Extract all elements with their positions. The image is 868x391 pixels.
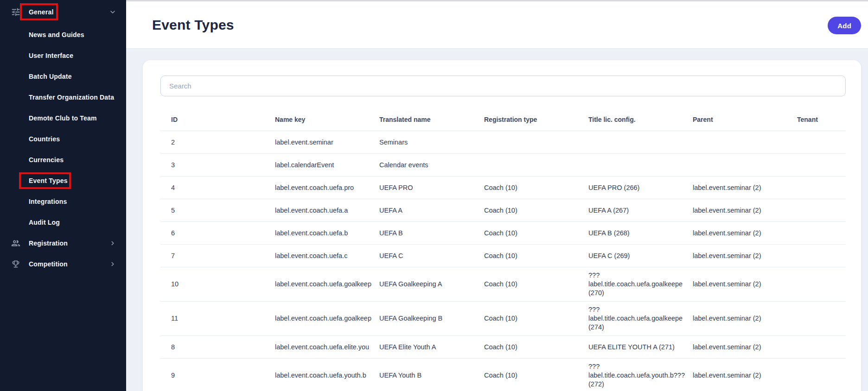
cell-translated-name: UEFA B	[379, 229, 484, 238]
cell-parent: label.event.seminar (2)	[693, 229, 797, 238]
search-input[interactable]	[160, 76, 846, 96]
cell-registration-type: Coach (10)	[484, 314, 588, 323]
cell-parent: label.event.seminar (2)	[693, 280, 797, 289]
cell-registration-type: Coach (10)	[484, 343, 588, 352]
event-types-card: ID Name key Translated name Registration…	[143, 60, 861, 391]
chevron-down-icon	[108, 8, 117, 16]
table-row[interactable]: 3 label.calendarEvent Calendar events	[160, 154, 846, 177]
cell-name-key: label.event.coach.uefa.a	[275, 206, 379, 215]
cell-parent: label.event.seminar (2)	[693, 343, 797, 352]
cell-registration-type: Coach (10)	[484, 183, 588, 192]
cell-title-lic-config: ??? label.title.coach.uefa.goalkeepe (27…	[588, 305, 693, 332]
cell-id: 10	[171, 280, 275, 289]
cell-name-key: label.event.coach.uefa.goalkeep	[275, 314, 379, 323]
sidebar-general-subitems: News and Guides User Interface Batch Upd…	[0, 24, 126, 233]
cell-id: 7	[171, 252, 275, 260]
sidebar-item-audit-log[interactable]: Audit Log	[0, 212, 126, 233]
cell-name-key: label.event.seminar	[275, 138, 379, 147]
cell-registration-type: Coach (10)	[484, 206, 588, 215]
sidebar-item-currencies[interactable]: Currencies	[0, 149, 126, 170]
people-icon	[10, 238, 21, 249]
table-row[interactable]: 10 label.event.coach.uefa.goalkeep UEFA …	[160, 267, 846, 302]
cell-title-lic-config: ??? label.title.coach.uefa.goalkeepe (27…	[588, 271, 693, 297]
sidebar-item-batch-update[interactable]: Batch Update	[0, 66, 126, 87]
cell-id: 9	[171, 371, 275, 380]
sidebar-section-registration[interactable]: Registration	[0, 233, 126, 253]
cell-name-key: label.event.coach.uefa.elite.you	[275, 343, 379, 352]
cell-translated-name: UEFA C	[379, 252, 484, 260]
cell-name-key: label.event.coach.uefa.b	[275, 229, 379, 238]
sidebar-item-news-and-guides[interactable]: News and Guides	[0, 24, 126, 45]
cell-translated-name: Calendar events	[379, 161, 484, 170]
cell-translated-name: UEFA A	[379, 206, 484, 215]
cell-translated-name: UEFA Youth B	[379, 371, 484, 380]
table-body: 2 label.event.seminar Seminars 3 label.c…	[160, 131, 846, 391]
cell-title-lic-config: UEFA A (267)	[588, 206, 693, 215]
cell-translated-name: UEFA Goalkeeping B	[379, 314, 484, 323]
content-area: ID Name key Translated name Registration…	[126, 49, 868, 391]
table-row[interactable]: 6 label.event.coach.uefa.b UEFA B Coach …	[160, 222, 846, 245]
cell-translated-name: UEFA Goalkeeping A	[379, 280, 484, 289]
column-header-tenant: Tenant	[797, 116, 846, 123]
chevron-right-icon	[108, 260, 117, 268]
page-title: Event Types	[152, 17, 234, 33]
column-header-title-lic-config: Title lic. config.	[588, 116, 693, 123]
cell-translated-name: UEFA Elite Youth A	[379, 343, 484, 352]
cell-id: 11	[171, 314, 275, 323]
sidebar-item-demote-club-to-team[interactable]: Demote Club to Team	[0, 107, 126, 128]
cell-registration-type: Coach (10)	[484, 252, 588, 260]
cell-title-lic-config: UEFA C (269)	[588, 252, 693, 260]
table-row[interactable]: 2 label.event.seminar Seminars	[160, 131, 846, 154]
cell-registration-type: Coach (10)	[484, 280, 588, 289]
cell-registration-type: Coach (10)	[484, 229, 588, 238]
page-header: Event Types Add	[126, 1, 868, 49]
cell-title-lic-config: UEFA PRO (266)	[588, 183, 693, 192]
sidebar-item-countries[interactable]: Countries	[0, 128, 126, 149]
cell-parent: label.event.seminar (2)	[693, 206, 797, 215]
table-row[interactable]: 11 label.event.coach.uefa.goalkeep UEFA …	[160, 302, 846, 336]
sidebar-item-user-interface[interactable]: User Interface	[0, 45, 126, 66]
cell-id: 8	[171, 343, 275, 352]
trophy-icon	[10, 259, 21, 270]
table-row[interactable]: 9 label.event.coach.uefa.youth.b UEFA Yo…	[160, 359, 846, 391]
column-header-translated-name: Translated name	[379, 116, 484, 123]
sidebar-item-transfer-organization-data[interactable]: Transfer Organization Data	[0, 87, 126, 107]
cell-name-key: label.event.coach.uefa.youth.b	[275, 371, 379, 380]
sidebar-section-competition-label: Competition	[29, 260, 68, 268]
cell-name-key: label.event.coach.uefa.pro	[275, 183, 379, 192]
cell-id: 5	[171, 206, 275, 215]
column-header-id: ID	[171, 116, 275, 123]
cell-parent: label.event.seminar (2)	[693, 371, 797, 380]
cell-translated-name: UEFA PRO	[379, 183, 484, 192]
table-row[interactable]: 8 label.event.coach.uefa.elite.you UEFA …	[160, 336, 846, 359]
sidebar-item-event-types[interactable]: Event Types	[0, 170, 126, 191]
cell-id: 6	[171, 229, 275, 238]
table-row[interactable]: 5 label.event.coach.uefa.a UEFA A Coach …	[160, 199, 846, 222]
cell-parent: label.event.seminar (2)	[693, 314, 797, 323]
table-row[interactable]: 4 label.event.coach.uefa.pro UEFA PRO Co…	[160, 177, 846, 199]
sidebar-section-registration-label: Registration	[29, 240, 68, 247]
app-root: General News and Guides User Interface B…	[0, 0, 868, 391]
cell-id: 4	[171, 183, 275, 192]
cell-title-lic-config: UEFA ELITE YOUTH A (271)	[588, 343, 693, 352]
sidebar-section-general-label: General	[29, 8, 54, 16]
cell-id: 3	[171, 161, 275, 170]
column-header-name-key: Name key	[275, 116, 379, 123]
table-header-row: ID Name key Translated name Registration…	[160, 108, 846, 131]
sidebar-item-integrations[interactable]: Integrations	[0, 191, 126, 212]
sidebar-section-competition[interactable]: Competition	[0, 253, 126, 274]
add-button[interactable]: Add	[828, 17, 861, 34]
table-row[interactable]: 7 label.event.coach.uefa.c UEFA C Coach …	[160, 245, 846, 267]
sidebar-section-general[interactable]: General	[0, 2, 126, 22]
column-header-registration-type: Registration type	[484, 116, 588, 123]
cell-id: 2	[171, 138, 275, 147]
cell-title-lic-config: UEFA B (268)	[588, 229, 693, 238]
chevron-right-icon	[108, 239, 117, 247]
cell-parent: label.event.seminar (2)	[693, 252, 797, 260]
cell-registration-type: Coach (10)	[484, 371, 588, 380]
cell-name-key: label.event.coach.uefa.c	[275, 252, 379, 260]
sidebar: General News and Guides User Interface B…	[0, 0, 126, 391]
cell-name-key: label.event.coach.uefa.goalkeep	[275, 280, 379, 289]
cell-title-lic-config: ??? label.title.coach.uefa.youth.b??? (2…	[588, 362, 693, 389]
cell-name-key: label.calendarEvent	[275, 161, 379, 170]
